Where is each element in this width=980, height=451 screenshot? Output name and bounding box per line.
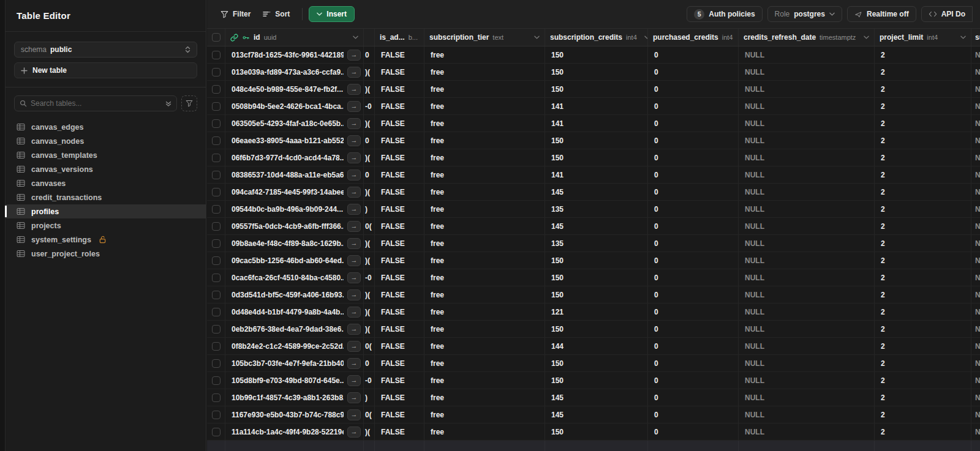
expand-row-button[interactable]: → (347, 272, 361, 283)
row-checkbox[interactable] (212, 256, 221, 265)
sidebar-item-credit_transactions[interactable]: credit_transactions (6, 190, 206, 204)
column-header-id[interactable]: id uuid (225, 29, 364, 46)
row-checkbox[interactable] (212, 359, 221, 368)
row-checkbox[interactable] (212, 411, 221, 419)
row-checkbox[interactable] (212, 291, 221, 299)
row-checkbox[interactable] (212, 222, 221, 231)
table-editor-main: Filter Sort Insert 5 Auth policies Role … (207, 0, 980, 451)
expand-row-button[interactable]: → (347, 341, 361, 352)
row-checkbox[interactable] (212, 308, 221, 316)
su-cell: NULL (971, 64, 980, 80)
row-checkbox[interactable] (212, 119, 221, 128)
row-checkbox[interactable] (212, 102, 221, 111)
sidebar-item-canvas_nodes[interactable]: canvas_nodes (6, 134, 206, 148)
row-select-cell (207, 286, 225, 303)
column-header-su[interactable]: su (971, 29, 980, 46)
chevron-down-icon[interactable] (534, 35, 540, 39)
expand-row-button[interactable]: → (347, 358, 361, 369)
expand-row-button[interactable]: → (347, 255, 361, 266)
row-checkbox[interactable] (212, 68, 221, 76)
expand-row-button[interactable]: → (347, 204, 361, 215)
sidebar-item-user_project_roles[interactable]: user_project_roles (6, 247, 206, 261)
realtime-toggle-button[interactable]: Realtime off (847, 6, 916, 22)
chevron-up-down-icon (185, 46, 190, 53)
credits-refresh-date-cell: NULL (739, 149, 875, 166)
expand-row-button[interactable]: → (347, 427, 361, 438)
expand-row-button[interactable]: → (347, 187, 361, 198)
expand-row-button[interactable]: → (347, 307, 361, 318)
filter-button[interactable]: Filter (214, 6, 257, 22)
expand-row-button[interactable]: → (347, 409, 361, 420)
expand-row-button[interactable]: → (347, 67, 361, 78)
sort-button[interactable]: Sort (257, 6, 296, 22)
chevron-down-icon[interactable] (960, 35, 966, 39)
auth-policies-button[interactable]: 5 Auth policies (687, 6, 762, 22)
row-checkbox[interactable] (212, 393, 221, 402)
insert-button[interactable]: Insert (309, 6, 355, 22)
id-cell: 09557f5a-0dcb-4cb9-a6fb-fff366...→ (225, 218, 364, 234)
sidebar-item-canvases[interactable]: canvases (6, 176, 206, 190)
expand-row-button[interactable]: → (347, 170, 361, 181)
row-select-cell (207, 64, 225, 80)
role-select[interactable]: Role postgres (767, 6, 842, 22)
row-checkbox[interactable] (212, 376, 221, 385)
sidebar-item-profiles[interactable]: profiles (6, 204, 206, 218)
new-table-button[interactable]: New table (14, 62, 197, 78)
column-header-is-admin[interactable]: is_ad... b... (375, 29, 424, 46)
select-all-checkbox[interactable] (212, 33, 221, 42)
filter-tables-button[interactable] (181, 95, 197, 111)
column-header-subscription-credits[interactable]: subscription_credits int4 (545, 29, 648, 46)
sidebar-item-canvas_templates[interactable]: canvas_templates (6, 148, 206, 162)
row-checkbox[interactable] (212, 274, 221, 282)
subscription-tier-cell: free (424, 98, 545, 114)
grid-header-row: id uuid is_ad... b... subscription_tier … (207, 29, 980, 47)
sidebar-item-projects[interactable]: projects (6, 218, 206, 233)
sidebar-item-canvas_edges[interactable]: canvas_edges (6, 120, 206, 134)
column-header-subscription-tier[interactable]: subscription_tier text (424, 29, 545, 46)
chevron-down-icon[interactable] (353, 35, 358, 39)
table-grid-icon (17, 179, 25, 187)
row-checkbox[interactable] (212, 205, 221, 214)
expand-row-button[interactable]: → (347, 101, 361, 112)
sidebar-item-canvas_versions[interactable]: canvas_versions (6, 162, 206, 176)
search-tables-input[interactable] (31, 99, 162, 108)
expand-row-button[interactable]: → (347, 135, 361, 146)
column-header-purchased-credits[interactable]: purchased_credits int4 (648, 29, 739, 46)
chevrons-down-icon[interactable] (165, 100, 172, 107)
column-header-clipped[interactable] (364, 29, 375, 46)
row-checkbox[interactable] (212, 171, 221, 179)
row-checkbox[interactable] (212, 325, 221, 334)
expand-row-button[interactable]: → (347, 238, 361, 249)
row-checkbox[interactable] (212, 342, 221, 351)
row-checkbox[interactable] (212, 85, 221, 94)
expand-row-button[interactable]: → (347, 152, 361, 163)
expand-row-button[interactable]: → (347, 324, 361, 335)
expand-row-button[interactable]: → (347, 84, 361, 95)
clipped-cell (364, 441, 375, 451)
column-header-credits-refresh-date[interactable]: credits_refresh_date timestamptz (739, 29, 875, 46)
row-checkbox[interactable] (212, 428, 221, 436)
project-limit-cell: 2 (875, 286, 971, 303)
expand-row-button[interactable]: → (347, 221, 361, 232)
is-admin-cell: FALSE (375, 406, 424, 423)
id-cell: 06f6b7d3-977d-4cd0-acd4-4a78...→ (225, 149, 364, 166)
row-checkbox[interactable] (212, 188, 221, 196)
row-checkbox[interactable] (212, 239, 221, 248)
expand-row-button[interactable]: → (347, 392, 361, 403)
row-checkbox[interactable] (212, 154, 221, 162)
sidebar-item-system_settings[interactable]: system_settings (6, 233, 206, 247)
table-grid-icon (17, 137, 25, 145)
subscription-credits-cell: 150 (545, 149, 648, 166)
row-checkbox[interactable] (212, 136, 221, 145)
expand-row-button[interactable]: → (347, 50, 361, 61)
column-header-project-limit[interactable]: project_limit int4 (875, 29, 971, 46)
expand-row-button[interactable]: → (347, 289, 361, 300)
api-docs-button[interactable]: API Do (921, 6, 973, 22)
row-checkbox[interactable] (212, 51, 221, 59)
table-grid-icon (17, 236, 25, 244)
expand-row-button[interactable]: → (347, 375, 361, 386)
schema-select[interactable]: schema public (14, 42, 197, 58)
subscription-tier-cell: free (424, 355, 545, 371)
chevron-down-icon[interactable] (864, 35, 869, 39)
expand-row-button[interactable]: → (347, 118, 361, 129)
